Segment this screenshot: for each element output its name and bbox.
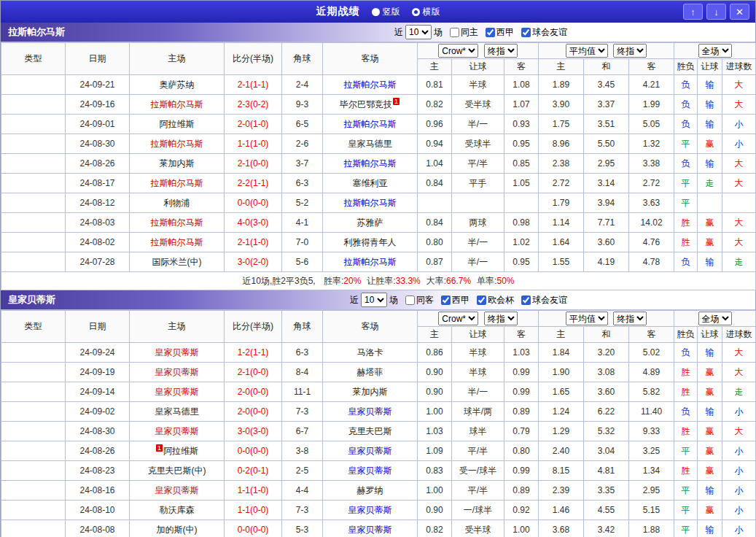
team-label: 皇家贝蒂斯 [155,485,199,495]
final-index-select[interactable]: 终指 [613,312,647,325]
recent-count-select[interactable]: 10 [361,293,387,307]
average-select[interactable]: 平均值 [566,312,608,325]
move-up-button[interactable]: ↑ [683,4,703,20]
result-wdl-cell: 胜 [674,461,698,481]
summary-stat-label: 胜率: [324,276,343,286]
team-label: 赫塔菲 [357,367,383,377]
corners-cell: 7-3 [282,501,323,520]
filter-checkbox-2[interactable]: 欧会杯 [472,294,514,306]
away-team-cell: 赫罗纳 [323,481,418,501]
match-row: 西甲24-08-26莱加内斯2-1(0-0)3-7拉斯帕尔马斯1.04平/半0.… [1,154,756,174]
asia-handicap: 受半球 [452,520,504,537]
euro-home-odds: 1.89 [539,75,584,95]
result-goals-cell: 小 [722,461,756,481]
team-name: 拉斯帕尔马斯 [1,26,65,39]
filter-checkbox-input[interactable] [405,295,415,305]
filter-checkbox-1[interactable]: 西甲 [436,294,469,306]
asia-home-odds: 1.03 [418,422,452,441]
asia-away-odds: 0.93 [504,115,539,134]
asia-handicap: 受半球 [452,95,504,115]
date-cell: 24-08-16 [66,481,130,501]
recent-count-select[interactable]: 10 [405,25,432,39]
result-goals-cell: 大 [722,343,756,363]
asia-away-odds: 1.02 [504,233,539,252]
bookmaker-select[interactable]: Crow* [438,312,478,325]
filter-checkbox-input[interactable] [486,28,495,37]
euro-away-odds: 4.21 [629,75,674,95]
euro-draw-odds: 3.14 [584,174,629,193]
result-header: 全场 [674,43,756,59]
result-goals-cell: 小 [722,481,756,501]
team-label: 克里夫巴斯(中) [148,465,206,476]
filter-controls: 近10场同客西甲欧会杯球会友谊 [350,293,567,307]
close-button[interactable]: ✕ [730,4,749,20]
team-label: 阿拉维斯 [160,119,195,129]
result-goals-cell: 大 [722,95,756,115]
filter-checkbox-1[interactable]: 西甲 [480,26,514,39]
competition-type-cell: 西甲 [1,75,66,95]
filter-controls: 近10场同主西甲球会友谊 [394,25,567,39]
team-label: 苏雅萨 [357,217,383,228]
corners-cell: 7-3 [282,402,323,422]
asia-away-odds: 1.07 [504,95,539,115]
score-cell: 4-0(3-0) [225,213,282,233]
bookmaker-select[interactable]: Crow* [438,44,478,58]
average-select[interactable]: 平均值 [566,44,608,58]
move-down-button[interactable]: ↓ [706,4,726,20]
euro-draw-odds: 3.60 [584,233,629,252]
match-row: 西甲24-09-14皇家贝蒂斯2-0(0-0)11-1莱加内斯0.90半/一0.… [1,382,756,402]
match-row: 球会友谊24-08-02拉斯帕尔马斯2-1(1-0)7-0利雅得青年人0.80半… [1,233,756,252]
final-index-select[interactable]: 终指 [613,44,647,58]
team-label: 皇家贝蒂斯 [155,387,199,397]
col-asia-home: 主 [418,59,452,75]
final-index-select[interactable]: 终指 [484,312,518,325]
result-goals-cell: 大 [722,233,756,252]
view-option-vertical[interactable]: 竖版 [372,6,400,18]
euro-home-odds: 2.39 [539,481,584,501]
team-label: 勒沃库森 [160,505,195,515]
away-team-cell: 皇家马德里 [323,134,418,154]
away-team-cell: 拉斯帕尔马斯 [323,75,418,95]
asia-away-odds: 0.98 [504,213,539,233]
result-handicap-cell: 赢 [698,213,722,233]
result-handicap-cell: 赢 [698,233,722,252]
view-option-label: 横版 [423,6,440,18]
result-wdl-cell: 胜 [674,363,698,382]
asia-home-odds: 0.84 [418,213,452,233]
col-euro-away: 客 [629,59,674,75]
away-team-cell: 拉斯帕尔马斯 [323,115,418,134]
home-team-cell: 皇家贝蒂斯 [130,481,225,501]
team-label: 毕尔巴鄂竞技 [340,99,392,109]
final-index-select[interactable]: 终指 [484,44,518,58]
filter-checkbox-input[interactable] [477,295,486,305]
filter-checkbox-0[interactable]: 同客 [400,294,434,306]
view-option-horizontal[interactable]: 横版 [412,6,440,18]
filter-checkbox-input[interactable] [521,295,531,305]
fulltime-select[interactable]: 全场 [698,312,732,325]
match-row: 球会友谊24-08-12利物浦0-0(0-0)5-2拉斯帕尔马斯1.793.94… [1,193,756,213]
filter-checkbox-0[interactable]: 同主 [445,26,478,39]
euro-away-odds: 1.88 [629,520,674,537]
euro-home-odds: 2.72 [539,174,584,193]
result-wdl-cell: 负 [674,154,698,174]
team-label: 阿拉维斯 [163,446,198,456]
filter-checkbox-3[interactable]: 球会友谊 [516,294,567,306]
asia-away-odds: 1.08 [504,75,539,95]
result-wdl-cell: 负 [674,343,698,363]
asia-handicap: 半球 [452,363,504,382]
asia-away-odds: 0.99 [504,363,539,382]
competition-type-cell: 西甲 [1,441,66,461]
col-asia-handicap: 让球 [452,59,504,75]
filter-checkbox-2[interactable]: 球会友谊 [516,26,567,39]
result-goals-cell: 大 [722,422,756,441]
asia-home-odds: 0.94 [418,134,452,154]
filter-checkbox-input[interactable] [521,28,531,37]
asia-handicap: 半/一 [452,252,504,272]
col-type: 类型 [1,311,66,343]
filter-checkbox-input[interactable] [441,295,451,305]
euro-away-odds: 1.34 [629,461,674,481]
fulltime-select[interactable]: 全场 [698,44,732,58]
score-cell: 2-0(0-0) [225,402,282,422]
result-wdl-cell: 负 [674,402,698,422]
filter-checkbox-input[interactable] [450,28,459,37]
